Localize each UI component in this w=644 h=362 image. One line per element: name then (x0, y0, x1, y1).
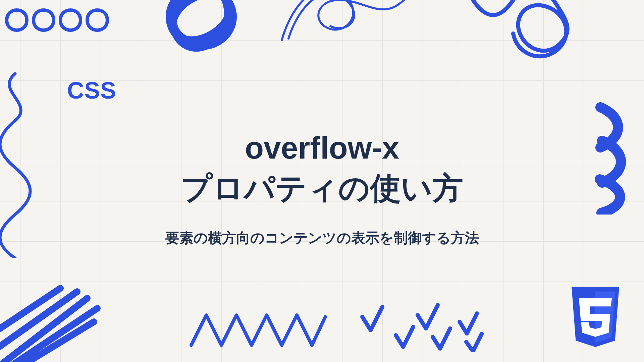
css3-logo-icon (567, 287, 624, 352)
page-title: overflow-x プロパティの使い方 (181, 128, 463, 208)
title-line-1: overflow-x (245, 131, 399, 165)
category-label: CSS (67, 77, 116, 104)
title-line-2: プロパティの使い方 (181, 171, 463, 205)
page-subtitle: 要素の横方向のコンテンツの表示を制御する方法 (165, 229, 479, 247)
